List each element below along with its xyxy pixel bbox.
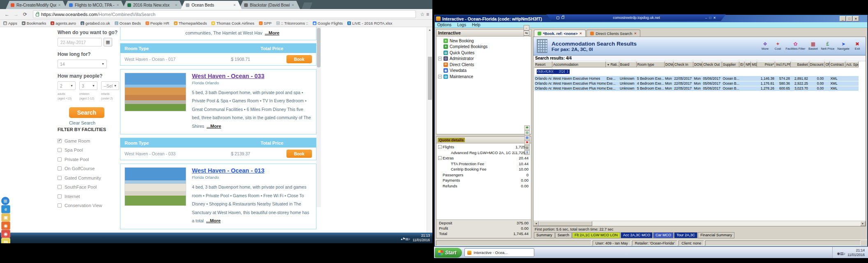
grid-column-header[interactable]: Discount [809,62,824,67]
grid-column-header[interactable]: Board [619,62,636,67]
nav-tree-item[interactable]: + ☺ Administrator [436,56,531,62]
more-link[interactable]: ...More [206,218,221,223]
tab-close-icon[interactable]: ✕ [58,3,61,7]
calendar-button[interactable]: ▦ [104,38,112,46]
tree-expand-icon[interactable]: + [438,57,442,60]
workspace-tab[interactable]: *Book. ref: <none> ✕ [534,30,586,37]
calendar-icon[interactable]: ▦ [524,135,530,140]
tab-close-icon[interactable]: ✕ [291,3,294,7]
toolbar-button[interactable]: ▦ Basket [808,42,818,51]
clear-search-link[interactable]: Clear Search [58,120,107,125]
grid-row[interactable]: Orlando Ar...West Haven Executive Plus H… [534,81,859,86]
quote-item-row[interactable]: TTA Protection Fee 10.44 [436,161,531,167]
nav-tree-item[interactable]: ✳ New Booking [436,38,531,44]
action-center-flag-icon[interactable]: ⚑ [402,237,405,241]
close-button[interactable]: ✕ [853,16,859,21]
booking-section-tab[interactable]: Car MCO [653,232,674,238]
windows-start-orb[interactable]: ⊞ [1,197,9,205]
minimize-button[interactable]: _ [840,16,846,21]
tree-expand-icon[interactable] [438,69,443,72]
bookmark-item[interactable]: ★ Bookmarks [22,21,46,25]
more-link[interactable]: ...More [265,30,279,35]
quote-item-row[interactable]: Refunds 0.00 [436,183,531,189]
browser-tab[interactable]: 2016 Rota New.xlsx ✕ [122,1,183,9]
facility-filter-row[interactable]: SouthFace Pool [58,182,120,192]
bookmark-star-icon[interactable]: ☆ [420,12,425,17]
grid-column-header[interactable]: MS [751,62,757,67]
facility-filter-row[interactable]: Game Room [58,136,120,145]
tree-expand-icon[interactable] [438,39,443,43]
toolbar-button[interactable]: ✦ Cost [773,42,783,51]
grid-column-header[interactable]: NR [745,62,751,67]
children-select[interactable]: 3▼ [79,81,97,90]
facility-filter-row[interactable]: Conservation View [58,201,120,210]
forward-button[interactable]: → [12,11,20,18]
facility-filter-row[interactable]: Private Pool [58,155,120,164]
file-explorer-icon[interactable]: ▣ [1,213,10,221]
tree-expand-icon[interactable] [438,184,443,188]
grid-column-header[interactable]: DOW [693,62,702,67]
nav-tree-item[interactable]: ◍ Quick Quotes [436,50,531,56]
facility-filter-row[interactable]: Gated Community [58,173,120,182]
internet-explorer-icon[interactable]: e [1,205,10,213]
workspace-tab[interactable]: Direct Clients Search ✕ [586,30,640,37]
scroll-up-icon[interactable]: ▲ [427,27,432,32]
grid-column-header[interactable]: Room type [636,62,664,67]
bookmark-item[interactable]: g getabed.co.uk [81,21,110,25]
bookmark-item[interactable]: ◉ Google Flights [313,21,343,25]
taskbar-task-button[interactable]: Interactive - Ocea... [464,248,534,257]
villa-title-link[interactable]: West Haven - Ocean - 013 [192,167,312,174]
grid-row[interactable]: Orlando Ar...West Haven Executive Plus H… [534,86,859,91]
toolbar-button[interactable]: £ Nett Price [821,42,834,51]
filter-funnel-icon[interactable]: ▼ [607,63,609,66]
booking-section-tab[interactable]: Financial Summary [698,232,734,238]
grid-column-header[interactable]: Check Out [702,62,722,67]
tree-expand-icon[interactable] [438,51,443,55]
quote-item-row[interactable]: Ceritrip Booking Fee 10.00 [436,166,531,172]
booking-section-tab[interactable]: Tour 2A,3C [674,232,697,238]
results-scrollbar[interactable] [316,27,321,207]
app-titlebar[interactable]: Interactive - Ocean-Florida (code: wHpNm… [435,15,867,22]
tray-volume-icon[interactable]: ♪ [844,251,846,256]
nav-tree-item[interactable]: + ◍ Maintenance [436,74,531,80]
chrome-icon[interactable]: ◉ [1,230,10,238]
grid-column-header[interactable]: Basket [791,62,809,67]
grid-column-header[interactable]: Check In [673,62,693,67]
tree-expand-icon[interactable]: – [438,145,442,149]
scroll-right-icon[interactable]: ► [860,221,866,226]
add-item-icon[interactable]: ✚ [524,125,530,130]
tree-expand-icon[interactable] [446,167,451,171]
grid-row[interactable]: Orlando Ar...West Haven Executive HomesE… [534,76,859,81]
media-player-icon[interactable]: ◉ [1,221,10,230]
facility-checkbox[interactable] [58,139,62,143]
bookmark-item[interactable]: a agents.avro [51,21,76,25]
villa-title-link[interactable]: West Haven - Ocean - 033 [192,73,312,79]
back-button[interactable]: ← [3,11,11,18]
grid-column-header[interactable]: ▼Rati... [606,62,619,67]
rdp-minimize-button[interactable]: – [705,16,707,20]
facility-checkbox[interactable] [58,194,62,198]
volume-icon[interactable]: ♪ [409,237,410,241]
facility-filter-row[interactable]: Spa Pool [58,145,120,155]
browser-tab[interactable]: Re-Create/Modify Quote ✕ [6,1,67,9]
refresh-icon[interactable]: ◍ [524,130,530,135]
menu-item[interactable]: Help [472,23,480,27]
nav-tree-item[interactable]: ◉ Viewdata [436,68,531,74]
toolbar-button[interactable]: ➤ Navigate [837,42,850,51]
facility-filter-row[interactable]: On GolfCourse [58,164,120,173]
adults-select[interactable]: 2▼ [58,81,76,90]
menu-item[interactable]: Options [437,23,451,27]
tree-expand-icon[interactable] [446,151,451,155]
pin-icon[interactable] [556,16,559,19]
booking-section-tab[interactable]: Acc 2A,3C MCO [621,232,653,238]
tab-close-icon[interactable]: ✕ [233,3,236,7]
scrollbar-thumb[interactable] [539,221,592,226]
toolbar-button[interactable]: ❖ More [760,42,770,51]
taskbar-clock[interactable]: 21:13 11/01/2016 [413,233,430,242]
grid-column-header[interactable]: Of [824,62,829,67]
bookmark-item[interactable]: ▢ :: Tritonrooms :: [276,21,308,25]
book-button[interactable]: Book [286,55,312,63]
browser-tab[interactable]: Ocean Beds ✕ [181,1,242,9]
menu-item[interactable]: Logs [457,23,466,27]
bookmark-item[interactable]: S LIVE - 2016 ROTA.xlsx [347,21,392,25]
